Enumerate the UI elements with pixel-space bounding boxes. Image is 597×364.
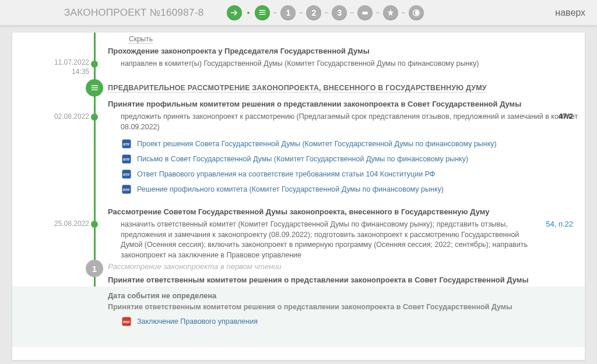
event-date: 25.08.2022 — [47, 220, 89, 229]
pending-subtitle: Принятие ответственным комитетом решения… — [108, 303, 585, 311]
step-council-icon[interactable] — [357, 5, 373, 20]
rtf-file-icon: RTF — [121, 168, 132, 180]
doc-row: RTF Ответ Правового управления на соотве… — [121, 168, 579, 180]
doc-row: RTF Письмо в Совет Государственной Думы … — [121, 153, 579, 165]
svg-text:RTF: RTF — [123, 143, 130, 146]
timeline-dot — [91, 114, 98, 121]
doc-row: PDF Заключение Правового управления — [121, 316, 585, 327]
svg-text:RTF: RTF — [123, 158, 130, 161]
event-text: предложить принять законопроект к рассмо… — [108, 112, 579, 132]
stage-title[interactable]: ПРЕДВАРИТЕЛЬНОЕ РАССМОТРЕНИЕ ЗАКОНОПРОЕК… — [108, 84, 487, 93]
pending-event-block: Дата события не определена Принятие отве… — [12, 287, 585, 347]
step-submitted-icon[interactable] — [227, 5, 242, 20]
step-reading-3[interactable]: 3 — [332, 5, 347, 20]
event-title: Принятие ответственным комитетом решения… — [108, 275, 579, 284]
svg-text:RTF: RTF — [123, 188, 130, 192]
progress-stepper: 1 2 3 — [227, 5, 424, 20]
event-title: Рассмотрение Советом Государственной Дум… — [108, 207, 579, 216]
event-text: направлен в комитет(ы) Государственной Д… — [108, 59, 579, 69]
timeline-event: Принятие профильным комитетом решения о … — [108, 100, 579, 199]
timeline-event: Рассмотрение Советом Государственной Дум… — [108, 207, 579, 260]
stage-badge-preliminary — [86, 79, 103, 97]
stage-row: ПРЕДВАРИТЕЛЬНОЕ РАССМОТРЕНИЕ ЗАКОНОПРОЕК… — [108, 83, 579, 93]
scroll-top-link[interactable]: наверх — [555, 8, 585, 18]
pending-title: Дата события не определена — [108, 291, 585, 300]
timeline-dot — [91, 221, 98, 228]
step-president-icon[interactable] — [383, 5, 398, 20]
svg-rect-0 — [363, 12, 368, 15]
doc-link[interactable]: Ответ Правового управления на соответств… — [137, 170, 435, 178]
pdf-file-icon: PDF — [121, 316, 132, 327]
timeline: 11.07.2022 14:35 Прохождение законопроек… — [94, 34, 585, 360]
bill-number: ЗАКОНОПРОЕКТ №160987-8 — [64, 7, 203, 19]
rtf-file-icon: RTF — [121, 183, 132, 195]
step-published-icon[interactable] — [409, 5, 424, 20]
stage-badge-reading-1: 1 — [86, 260, 103, 277]
step-preliminary-icon[interactable] — [255, 5, 270, 20]
stage-row: Рассмотрение законопроекта в первом чтен… — [108, 262, 579, 288]
top-bar: ЗАКОНОПРОЕКТ №160987-8 1 2 3 — [0, 0, 597, 26]
content-board: Скрыть 11.07.2022 14:35 Прохождение зако… — [12, 33, 585, 361]
step-reading-1[interactable]: 1 — [280, 5, 296, 20]
document-list: RTF Проект решения Совета Государственно… — [108, 138, 579, 195]
event-title: Прохождение законопроекта у Председателя… — [108, 47, 579, 55]
svg-text:PDF: PDF — [123, 320, 130, 324]
event-date: 11.07.2022 14:35 — [47, 58, 89, 76]
event-text: назначить ответственный комитет (Комитет… — [108, 220, 540, 260]
doc-link[interactable]: Письмо в Совет Государственной Думы (Ком… — [137, 155, 468, 163]
step-reading-2[interactable]: 2 — [306, 5, 321, 20]
stage-muted-title: Рассмотрение законопроекта в первом чтен… — [108, 262, 282, 271]
svg-text:RTF: RTF — [123, 173, 130, 176]
doc-link[interactable]: Проект решения Совета Государственной Ду… — [137, 140, 497, 148]
rtf-file-icon: RTF — [121, 138, 132, 150]
doc-link[interactable]: Заключение Правового управления — [137, 317, 258, 326]
timeline-dot — [91, 61, 98, 68]
rtf-file-icon: RTF — [121, 153, 132, 165]
doc-row: RTF Решение профильного комитета (Комите… — [121, 183, 579, 195]
timeline-event: Прохождение законопроекта у Председателя… — [108, 47, 579, 69]
event-title: Принятие профильным комитетом решения о … — [108, 100, 579, 108]
event-date: 02.08.2022 — [47, 112, 89, 122]
doc-link[interactable]: Решение профильного комитета (Комитет Го… — [137, 185, 444, 193]
list-icon — [90, 83, 100, 93]
doc-row: RTF Проект решения Совета Государственно… — [121, 138, 579, 150]
